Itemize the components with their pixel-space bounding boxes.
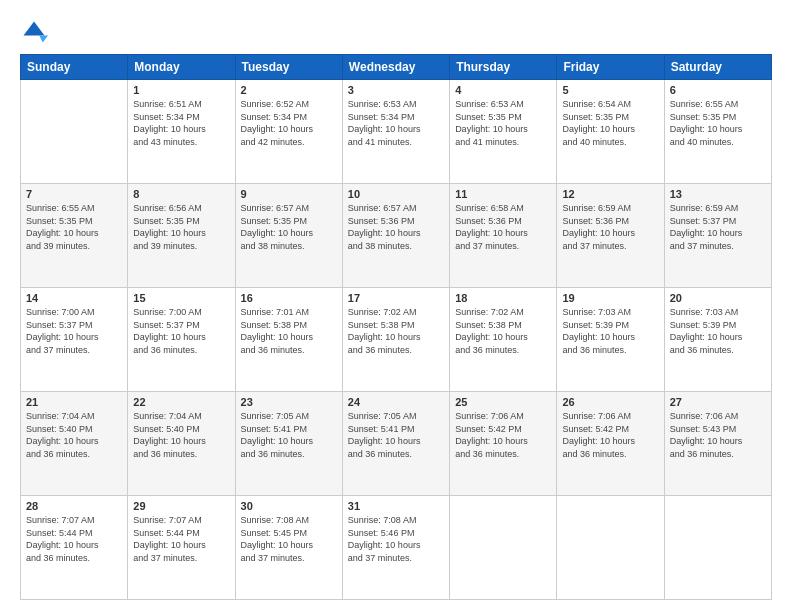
day-number: 4 xyxy=(455,84,551,96)
day-number: 26 xyxy=(562,396,658,408)
calendar-cell: 19Sunrise: 7:03 AM Sunset: 5:39 PM Dayli… xyxy=(557,288,664,392)
header xyxy=(20,18,772,46)
day-number: 23 xyxy=(241,396,337,408)
calendar-header-row: SundayMondayTuesdayWednesdayThursdayFrid… xyxy=(21,55,772,80)
calendar-cell: 15Sunrise: 7:00 AM Sunset: 5:37 PM Dayli… xyxy=(128,288,235,392)
calendar-cell xyxy=(21,80,128,184)
calendar-cell xyxy=(557,496,664,600)
day-info: Sunrise: 7:06 AM Sunset: 5:42 PM Dayligh… xyxy=(562,410,658,460)
calendar-cell xyxy=(450,496,557,600)
calendar-cell: 16Sunrise: 7:01 AM Sunset: 5:38 PM Dayli… xyxy=(235,288,342,392)
day-number: 22 xyxy=(133,396,229,408)
day-info: Sunrise: 7:08 AM Sunset: 5:46 PM Dayligh… xyxy=(348,514,444,564)
day-number: 12 xyxy=(562,188,658,200)
day-info: Sunrise: 6:52 AM Sunset: 5:34 PM Dayligh… xyxy=(241,98,337,148)
day-number: 27 xyxy=(670,396,766,408)
day-number: 15 xyxy=(133,292,229,304)
calendar-cell: 22Sunrise: 7:04 AM Sunset: 5:40 PM Dayli… xyxy=(128,392,235,496)
day-info: Sunrise: 6:59 AM Sunset: 5:36 PM Dayligh… xyxy=(562,202,658,252)
day-number: 1 xyxy=(133,84,229,96)
calendar-cell: 13Sunrise: 6:59 AM Sunset: 5:37 PM Dayli… xyxy=(664,184,771,288)
day-number: 19 xyxy=(562,292,658,304)
day-info: Sunrise: 7:04 AM Sunset: 5:40 PM Dayligh… xyxy=(133,410,229,460)
day-info: Sunrise: 6:55 AM Sunset: 5:35 PM Dayligh… xyxy=(26,202,122,252)
day-number: 29 xyxy=(133,500,229,512)
calendar-header-cell: Friday xyxy=(557,55,664,80)
calendar-cell: 20Sunrise: 7:03 AM Sunset: 5:39 PM Dayli… xyxy=(664,288,771,392)
day-info: Sunrise: 6:53 AM Sunset: 5:34 PM Dayligh… xyxy=(348,98,444,148)
calendar-cell: 12Sunrise: 6:59 AM Sunset: 5:36 PM Dayli… xyxy=(557,184,664,288)
day-number: 2 xyxy=(241,84,337,96)
calendar-week-row: 21Sunrise: 7:04 AM Sunset: 5:40 PM Dayli… xyxy=(21,392,772,496)
day-info: Sunrise: 7:00 AM Sunset: 5:37 PM Dayligh… xyxy=(133,306,229,356)
calendar-cell: 30Sunrise: 7:08 AM Sunset: 5:45 PM Dayli… xyxy=(235,496,342,600)
day-number: 21 xyxy=(26,396,122,408)
calendar-week-row: 28Sunrise: 7:07 AM Sunset: 5:44 PM Dayli… xyxy=(21,496,772,600)
day-info: Sunrise: 7:02 AM Sunset: 5:38 PM Dayligh… xyxy=(348,306,444,356)
calendar-cell: 14Sunrise: 7:00 AM Sunset: 5:37 PM Dayli… xyxy=(21,288,128,392)
day-number: 3 xyxy=(348,84,444,96)
calendar-cell: 1Sunrise: 6:51 AM Sunset: 5:34 PM Daylig… xyxy=(128,80,235,184)
day-info: Sunrise: 6:57 AM Sunset: 5:35 PM Dayligh… xyxy=(241,202,337,252)
calendar-cell: 27Sunrise: 7:06 AM Sunset: 5:43 PM Dayli… xyxy=(664,392,771,496)
calendar-cell: 28Sunrise: 7:07 AM Sunset: 5:44 PM Dayli… xyxy=(21,496,128,600)
calendar-week-row: 7Sunrise: 6:55 AM Sunset: 5:35 PM Daylig… xyxy=(21,184,772,288)
logo-icon xyxy=(20,18,48,46)
day-number: 9 xyxy=(241,188,337,200)
calendar-cell: 10Sunrise: 6:57 AM Sunset: 5:36 PM Dayli… xyxy=(342,184,449,288)
calendar-cell: 24Sunrise: 7:05 AM Sunset: 5:41 PM Dayli… xyxy=(342,392,449,496)
day-number: 5 xyxy=(562,84,658,96)
day-number: 24 xyxy=(348,396,444,408)
day-info: Sunrise: 7:05 AM Sunset: 5:41 PM Dayligh… xyxy=(241,410,337,460)
calendar-cell: 9Sunrise: 6:57 AM Sunset: 5:35 PM Daylig… xyxy=(235,184,342,288)
day-info: Sunrise: 6:55 AM Sunset: 5:35 PM Dayligh… xyxy=(670,98,766,148)
calendar-cell: 7Sunrise: 6:55 AM Sunset: 5:35 PM Daylig… xyxy=(21,184,128,288)
day-info: Sunrise: 7:06 AM Sunset: 5:43 PM Dayligh… xyxy=(670,410,766,460)
day-info: Sunrise: 6:51 AM Sunset: 5:34 PM Dayligh… xyxy=(133,98,229,148)
day-info: Sunrise: 6:57 AM Sunset: 5:36 PM Dayligh… xyxy=(348,202,444,252)
calendar-cell: 17Sunrise: 7:02 AM Sunset: 5:38 PM Dayli… xyxy=(342,288,449,392)
calendar-header-cell: Monday xyxy=(128,55,235,80)
calendar-header-cell: Saturday xyxy=(664,55,771,80)
day-info: Sunrise: 7:02 AM Sunset: 5:38 PM Dayligh… xyxy=(455,306,551,356)
calendar-cell xyxy=(664,496,771,600)
day-number: 11 xyxy=(455,188,551,200)
day-info: Sunrise: 7:07 AM Sunset: 5:44 PM Dayligh… xyxy=(26,514,122,564)
calendar-cell: 5Sunrise: 6:54 AM Sunset: 5:35 PM Daylig… xyxy=(557,80,664,184)
day-info: Sunrise: 7:00 AM Sunset: 5:37 PM Dayligh… xyxy=(26,306,122,356)
day-info: Sunrise: 7:01 AM Sunset: 5:38 PM Dayligh… xyxy=(241,306,337,356)
calendar-week-row: 14Sunrise: 7:00 AM Sunset: 5:37 PM Dayli… xyxy=(21,288,772,392)
day-info: Sunrise: 6:53 AM Sunset: 5:35 PM Dayligh… xyxy=(455,98,551,148)
calendar-cell: 23Sunrise: 7:05 AM Sunset: 5:41 PM Dayli… xyxy=(235,392,342,496)
day-number: 10 xyxy=(348,188,444,200)
day-info: Sunrise: 7:06 AM Sunset: 5:42 PM Dayligh… xyxy=(455,410,551,460)
calendar-header-cell: Wednesday xyxy=(342,55,449,80)
day-number: 30 xyxy=(241,500,337,512)
day-info: Sunrise: 7:03 AM Sunset: 5:39 PM Dayligh… xyxy=(562,306,658,356)
calendar-cell: 25Sunrise: 7:06 AM Sunset: 5:42 PM Dayli… xyxy=(450,392,557,496)
calendar-header-cell: Thursday xyxy=(450,55,557,80)
calendar-cell: 3Sunrise: 6:53 AM Sunset: 5:34 PM Daylig… xyxy=(342,80,449,184)
day-info: Sunrise: 6:54 AM Sunset: 5:35 PM Dayligh… xyxy=(562,98,658,148)
day-info: Sunrise: 7:08 AM Sunset: 5:45 PM Dayligh… xyxy=(241,514,337,564)
page: SundayMondayTuesdayWednesdayThursdayFrid… xyxy=(0,0,792,612)
calendar-cell: 31Sunrise: 7:08 AM Sunset: 5:46 PM Dayli… xyxy=(342,496,449,600)
day-info: Sunrise: 6:58 AM Sunset: 5:36 PM Dayligh… xyxy=(455,202,551,252)
calendar-cell: 21Sunrise: 7:04 AM Sunset: 5:40 PM Dayli… xyxy=(21,392,128,496)
svg-marker-1 xyxy=(39,36,48,43)
day-info: Sunrise: 7:05 AM Sunset: 5:41 PM Dayligh… xyxy=(348,410,444,460)
day-number: 13 xyxy=(670,188,766,200)
day-info: Sunrise: 6:59 AM Sunset: 5:37 PM Dayligh… xyxy=(670,202,766,252)
calendar-table: SundayMondayTuesdayWednesdayThursdayFrid… xyxy=(20,54,772,600)
day-number: 31 xyxy=(348,500,444,512)
day-number: 8 xyxy=(133,188,229,200)
calendar-cell: 26Sunrise: 7:06 AM Sunset: 5:42 PM Dayli… xyxy=(557,392,664,496)
day-info: Sunrise: 7:07 AM Sunset: 5:44 PM Dayligh… xyxy=(133,514,229,564)
day-info: Sunrise: 7:03 AM Sunset: 5:39 PM Dayligh… xyxy=(670,306,766,356)
day-number: 14 xyxy=(26,292,122,304)
calendar-cell: 4Sunrise: 6:53 AM Sunset: 5:35 PM Daylig… xyxy=(450,80,557,184)
svg-marker-0 xyxy=(24,22,45,36)
day-number: 28 xyxy=(26,500,122,512)
day-number: 16 xyxy=(241,292,337,304)
day-number: 20 xyxy=(670,292,766,304)
